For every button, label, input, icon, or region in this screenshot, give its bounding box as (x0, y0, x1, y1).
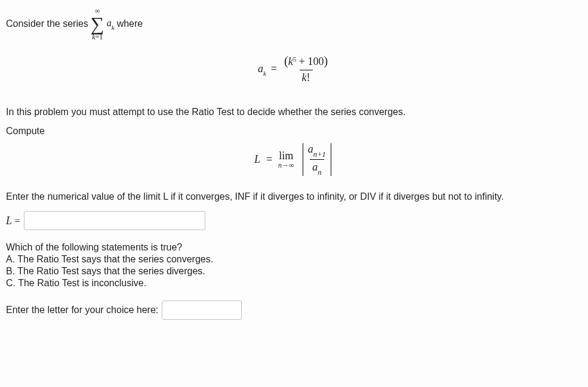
limit-value-input[interactable] (24, 211, 205, 230)
ratio-fraction: an+1 an (306, 143, 328, 175)
fraction: (k5 + 100) k! (282, 54, 330, 84)
intro-prefix: Consider the series (6, 18, 88, 29)
compute-label: Compute (6, 125, 582, 138)
intro-suffix: where (117, 18, 143, 29)
choice-answer-row: Enter the letter for your choice here: (6, 301, 582, 320)
sigma-icon: ∑ (91, 14, 104, 33)
ratio-test-instruction: In this problem you must attempt to use … (6, 106, 582, 119)
summation-term: ak (107, 18, 115, 30)
denominator: k! (300, 70, 313, 85)
formula-lhs: ak (258, 63, 266, 76)
intro-line: Consider the series ∞ ∑ k=1 ak where (6, 7, 582, 41)
mc-question: Which of the following statements is tru… (6, 242, 582, 253)
abs-bar-left (303, 143, 303, 175)
choice-prompt: Enter the letter for your choice here: (6, 305, 158, 315)
lim-operator: lim n→∞ (278, 150, 294, 169)
numerator: (k5 + 100) (282, 54, 330, 70)
summation-symbol: ∞ ∑ k=1 (91, 7, 104, 41)
limit-expression: L = lim n→∞ an+1 an (6, 143, 582, 175)
mc-option-c: C. The Ratio Test is inconclusive. (6, 278, 582, 289)
mc-option-a: A. The Ratio Test says that the series c… (6, 254, 582, 265)
choice-letter-input[interactable] (162, 301, 242, 320)
abs-bar-right (331, 143, 331, 175)
limit-answer-row: L = (6, 211, 582, 230)
limit-L: L (254, 153, 260, 166)
enter-limit-instruction: Enter the numerical value of the limit L… (6, 190, 582, 203)
series-term-formula: ak = (k5 + 100) k! (6, 54, 582, 84)
limit-eq: = (266, 153, 272, 166)
sum-lower: k=1 (92, 33, 103, 41)
L-equals-label: L = (6, 215, 20, 227)
absolute-value: an+1 an (300, 143, 334, 175)
equals-sign: = (271, 63, 277, 75)
mc-option-b: B. The Ratio Test says that the series d… (6, 266, 582, 277)
multiple-choice-block: Which of the following statements is tru… (6, 242, 582, 289)
